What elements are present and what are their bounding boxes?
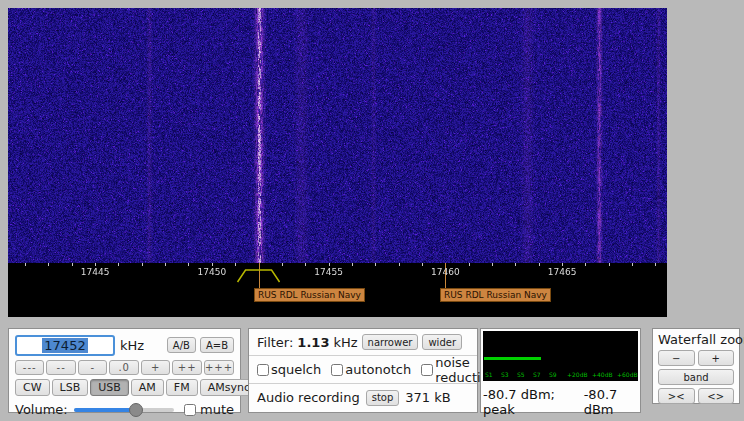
scale-tick-label: 17450 (198, 267, 227, 277)
noise-reduction-checkbox[interactable] (421, 364, 433, 376)
s-meter-scale-label: +60dB (617, 371, 638, 379)
peak-level-readout: -80.7 dBm (584, 387, 638, 417)
step-down-medium-button[interactable]: -- (46, 360, 75, 375)
scale-tick-label: 17465 (548, 267, 577, 277)
filter-wider-button[interactable]: wider (422, 334, 462, 350)
frequency-value: 17452 (42, 338, 87, 353)
waterfall-zoom-title: Waterfall zoom (658, 332, 734, 347)
autonotch-label: autonotch (345, 362, 411, 377)
ab-copy-button[interactable]: A=B (200, 337, 234, 353)
s-meter-scale-label: S5 (517, 371, 525, 379)
filter-bandwidth-value: 1.13 (297, 335, 329, 350)
filter-unit-label: kHz (333, 335, 357, 350)
s-meter-scale-label: +20dB (567, 371, 588, 379)
station-label-rus-rdl-17460[interactable]: RUS RDL Russian Navy (440, 288, 551, 302)
step-up-small-button[interactable]: + (141, 360, 170, 375)
filter-narrower-button[interactable]: narrower (362, 334, 419, 350)
squelch-label: squelch (271, 362, 321, 377)
filter-label: Filter: (257, 335, 293, 350)
s-meter-bar (484, 357, 541, 360)
waterfall-zoom-panel: Waterfall zoom − + band >< <> (652, 328, 740, 404)
s-meter: S1S3S5S7S9+20dB+40dB+60dB (483, 331, 638, 381)
mode-usb-button[interactable]: USB (90, 379, 129, 396)
squelch-checkbox[interactable] (257, 364, 269, 376)
mode-fm-button[interactable]: FM (166, 379, 198, 396)
step-down-large-button[interactable]: --- (15, 360, 44, 375)
s-meter-scale: S1S3S5S7S9+20dB+40dB+60dB (483, 371, 638, 381)
step-down-small-button[interactable]: - (78, 360, 107, 375)
tuning-panel: 17452 kHz A/B A=B --- -- - .0 + ++ +++ C… (8, 328, 241, 413)
station-label-rus-rdl-17452[interactable]: RUS RDL Russian Navy (254, 288, 365, 302)
scale-tick-label: 17455 (314, 267, 343, 277)
recording-stop-button[interactable]: stop (366, 390, 400, 406)
s-meter-scale-label: S9 (549, 371, 557, 379)
frequency-scale[interactable]: RUS RDL Russian Navy RUS RDL Russian Nav… (8, 263, 667, 317)
waterfall-zoom-out-button[interactable]: − (658, 350, 695, 366)
autonotch-checkbox[interactable] (331, 364, 343, 376)
s-meter-scale-label: +40dB (592, 371, 613, 379)
s-meter-scale-label: S3 (501, 371, 509, 379)
volume-slider[interactable] (74, 403, 174, 417)
s-meter-panel: S1S3S5S7S9+20dB+40dB+60dB -80.7 dBm; pea… (480, 328, 641, 413)
step-up-medium-button[interactable]: ++ (172, 360, 201, 375)
frequency-unit-label: kHz (120, 338, 144, 353)
mode-am-button[interactable]: AM (131, 379, 164, 396)
current-level-readout: -80.7 dBm; peak (483, 387, 570, 417)
step-round-button[interactable]: .0 (109, 360, 138, 375)
waterfall-widen-button[interactable]: <> (698, 388, 735, 404)
mute-checkbox[interactable] (184, 404, 196, 416)
volume-slider-fill (74, 408, 136, 412)
mode-lsb-button[interactable]: LSB (52, 379, 89, 396)
s-meter-scale-label: S7 (533, 371, 541, 379)
waterfall-narrow-button[interactable]: >< (658, 388, 695, 404)
recording-size: 371 kB (405, 390, 450, 405)
waterfall-area: RUS RDL Russian Navy RUS RDL Russian Nav… (8, 8, 667, 317)
scale-tick-label: 17460 (431, 267, 460, 277)
audio-recording-label: Audio recording (257, 390, 360, 405)
waterfall-zoom-in-button[interactable]: + (698, 350, 735, 366)
volume-slider-thumb[interactable] (129, 403, 143, 417)
waterfall-band-button[interactable]: band (658, 369, 734, 385)
frequency-input[interactable]: 17452 (15, 335, 115, 356)
mute-label: mute (200, 402, 234, 417)
volume-label: Volume: (15, 402, 68, 417)
signal-readout: -80.7 dBm; peak -80.7 dBm (483, 387, 638, 417)
s-meter-scale-label: S1 (485, 371, 493, 379)
scale-tick-label: 17445 (81, 267, 110, 277)
step-up-large-button[interactable]: +++ (204, 360, 234, 375)
ab-toggle-button[interactable]: A/B (167, 337, 196, 353)
waterfall-display[interactable] (8, 8, 667, 263)
mode-cw-button[interactable]: CW (15, 379, 50, 396)
filter-panel: Filter: 1.13 kHz narrower wider squelch … (248, 328, 478, 413)
